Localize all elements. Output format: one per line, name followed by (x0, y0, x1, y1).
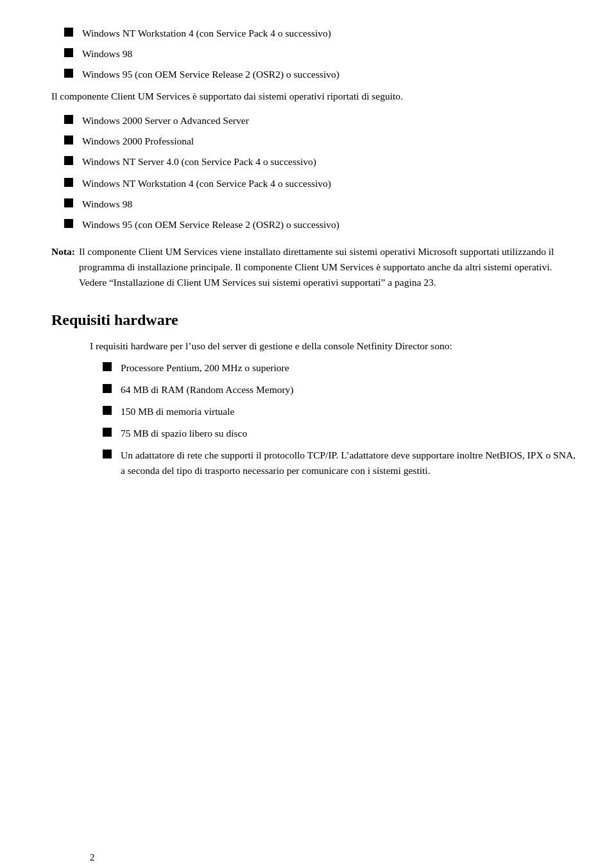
list-item: Windows 2000 Professional (51, 134, 578, 149)
intro-paragraph: Il componente Client UM Services è suppo… (51, 89, 578, 104)
bullet-text: Windows NT Workstation 4 (con Service Pa… (82, 176, 578, 191)
bullet-icon (64, 178, 73, 187)
bullet-text: Un adattatore di rete che supporti il pr… (121, 448, 578, 478)
list-item: Windows 95 (con OEM Service Release 2 (O… (51, 67, 578, 82)
bullet-icon (64, 156, 73, 165)
bullet-text: Windows 2000 Server o Advanced Server (82, 113, 578, 128)
list-item: Windows 98 (51, 197, 578, 212)
page-number: 2 (90, 850, 95, 865)
bullet-icon (103, 428, 112, 437)
bullet-text: 150 MB di memoria virtuale (121, 404, 578, 419)
bullet-icon (64, 198, 73, 207)
bullet-icon (103, 450, 112, 459)
page-wrapper: Windows NT Workstation 4 (con Service Pa… (51, 26, 578, 865)
bullet-text: Windows NT Server 4.0 (con Service Pack … (82, 154, 578, 170)
list-item: Windows NT Workstation 4 (con Service Pa… (51, 176, 578, 191)
bullet-text: Windows NT Workstation 4 (con Service Pa… (82, 26, 578, 41)
section-heading: Requisiti hardware (51, 308, 578, 332)
list-item: 64 MB di RAM (Random Access Memory) (90, 382, 578, 398)
bullet-text: Windows 2000 Professional (82, 134, 578, 149)
bullet-text: Windows 95 (con OEM Service Release 2 (O… (82, 67, 578, 82)
bullet-icon (64, 219, 73, 228)
list-item: Windows 95 (con OEM Service Release 2 (O… (51, 217, 578, 232)
list-item: Un adattatore di rete che supporti il pr… (90, 448, 578, 478)
bullet-icon (64, 135, 73, 144)
bullet-text: Windows 98 (82, 197, 578, 212)
bullet-text: Processore Pentium, 200 MHz o superiore (121, 360, 578, 376)
top-bullet-list: Windows NT Workstation 4 (con Service Pa… (51, 26, 578, 82)
hw-bullet-list: Processore Pentium, 200 MHz o superiore … (90, 360, 578, 478)
bullet-text: 75 MB di spazio libero su disco (121, 426, 578, 441)
bullet-text: 64 MB di RAM (Random Access Memory) (121, 382, 578, 398)
bullet-icon (64, 115, 73, 124)
list-item: Windows 2000 Server o Advanced Server (51, 113, 578, 128)
bullet-text: Windows 95 (con OEM Service Release 2 (O… (82, 217, 578, 232)
list-item: Windows 98 (51, 46, 578, 62)
server-bullet-list: Windows 2000 Server o Advanced Server Wi… (51, 113, 578, 170)
bullet-icon (64, 48, 73, 57)
list-item: 150 MB di memoria virtuale (90, 404, 578, 419)
nota-block: Nota: Il componente Client UM Services v… (51, 244, 578, 290)
list-item: 75 MB di spazio libero su disco (90, 426, 578, 441)
nota-label: Nota: (51, 244, 75, 259)
bullet-icon (103, 384, 112, 393)
list-item: Processore Pentium, 200 MHz o superiore (90, 360, 578, 376)
bullet-icon (103, 406, 112, 415)
bullet-text: Windows 98 (82, 46, 578, 62)
nota-text: Il componente Client UM Services viene i… (79, 244, 578, 290)
workstation-bullet-list: Windows NT Workstation 4 (con Service Pa… (51, 176, 578, 232)
bullet-icon (103, 362, 112, 371)
hw-bullets-section: Processore Pentium, 200 MHz o superiore … (51, 360, 578, 478)
section-intro: I requisiti hardware per l’uso del serve… (51, 338, 578, 354)
list-item: Windows NT Server 4.0 (con Service Pack … (51, 154, 578, 170)
page-container: Windows NT Workstation 4 (con Service Pa… (51, 26, 578, 479)
list-item: Windows NT Workstation 4 (con Service Pa… (51, 26, 578, 41)
bullet-icon (64, 69, 73, 78)
bullet-icon (64, 28, 73, 37)
